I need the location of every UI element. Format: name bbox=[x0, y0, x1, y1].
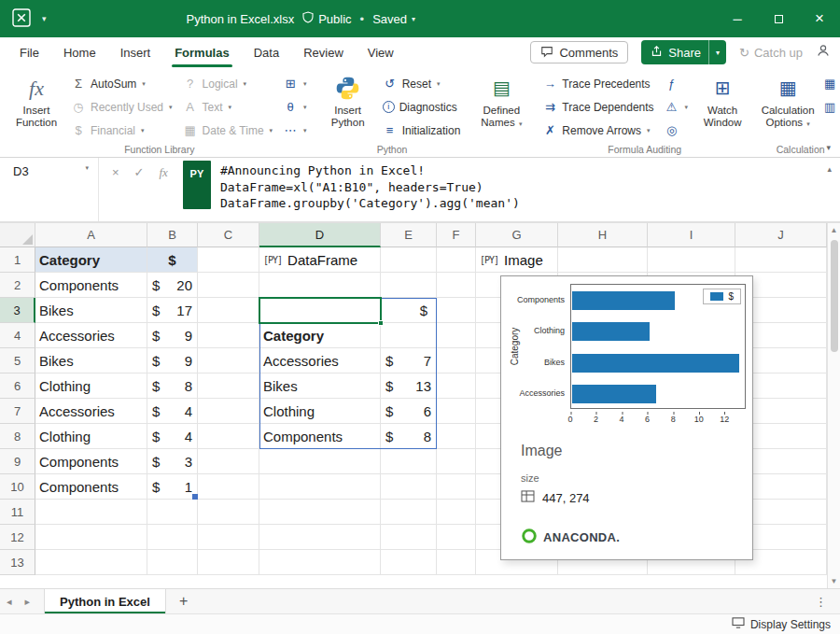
calculation-options-button[interactable]: ▦ Calculation Options ▾ bbox=[761, 71, 815, 130]
cell-C8[interactable] bbox=[198, 424, 259, 449]
cell-B13[interactable] bbox=[147, 550, 198, 575]
ribbon-trace-dependents-button[interactable]: ⇉Trace Dependents bbox=[539, 96, 656, 118]
column-header-C[interactable]: C bbox=[198, 223, 259, 247]
cell-F13[interactable] bbox=[437, 550, 476, 575]
cell-C6[interactable] bbox=[198, 373, 259, 399]
cell-D2[interactable] bbox=[259, 273, 381, 298]
cell-A10[interactable]: Components bbox=[35, 474, 147, 500]
cell-C12[interactable] bbox=[198, 525, 259, 550]
sensitivity-label[interactable]: Public bbox=[302, 11, 351, 26]
cell-B10[interactable]: $1 bbox=[147, 474, 198, 500]
ribbon-show-formulas-button[interactable]: ƒ bbox=[662, 73, 692, 94]
cell-F8[interactable] bbox=[437, 424, 476, 449]
cell-A7[interactable]: Accessories bbox=[35, 399, 147, 424]
cell-C5[interactable] bbox=[198, 348, 259, 373]
column-header-J[interactable]: J bbox=[735, 223, 827, 247]
sheet-tab[interactable]: Python in Excel bbox=[44, 589, 166, 613]
save-status[interactable]: Saved▾ bbox=[372, 12, 415, 26]
column-header-E[interactable]: E bbox=[381, 223, 437, 247]
excel-app-icon[interactable] bbox=[12, 8, 31, 30]
cell-D6[interactable]: Bikes bbox=[259, 373, 381, 399]
cell-B8[interactable]: $4 bbox=[147, 424, 198, 449]
menu-tab-file[interactable]: File bbox=[7, 37, 51, 67]
ribbon-recently-used-button[interactable]: ◷Recently Used▾ bbox=[68, 96, 175, 118]
cell-B3[interactable]: $17 bbox=[147, 298, 198, 323]
cell-F4[interactable] bbox=[437, 323, 476, 348]
cell-D9[interactable] bbox=[259, 449, 381, 474]
cell-B11[interactable] bbox=[147, 500, 198, 525]
cell-D11[interactable] bbox=[259, 500, 381, 525]
display-settings-button[interactable]: Display Settings bbox=[750, 618, 831, 631]
cell-A9[interactable]: Components bbox=[35, 449, 147, 474]
row-header-12[interactable]: 12 bbox=[0, 525, 35, 550]
cell-D1[interactable]: [PY]DataFrame bbox=[259, 247, 381, 273]
cell-B12[interactable] bbox=[147, 525, 198, 550]
add-sheet-button[interactable]: + bbox=[166, 593, 201, 610]
cell-C4[interactable] bbox=[198, 323, 259, 348]
cell-C7[interactable] bbox=[198, 399, 259, 424]
cell-A3[interactable]: Bikes bbox=[35, 298, 147, 323]
chevron-down-icon[interactable]: ▾ bbox=[42, 14, 47, 23]
row-header-2[interactable]: 2 bbox=[0, 273, 35, 298]
cell-F7[interactable] bbox=[437, 399, 476, 424]
cell-E6[interactable]: $13 bbox=[381, 373, 437, 399]
ribbon-lookup-reference-button[interactable]: ⊞▾ bbox=[280, 73, 310, 94]
cell-A1[interactable]: Category bbox=[35, 247, 147, 273]
cell-J1[interactable] bbox=[735, 247, 827, 273]
cell-A12[interactable] bbox=[35, 525, 147, 550]
cell-C13[interactable] bbox=[198, 550, 259, 575]
cell-A8[interactable]: Clothing bbox=[35, 424, 147, 449]
scroll-up-icon[interactable]: ▲ bbox=[831, 223, 838, 236]
cell-F2[interactable] bbox=[437, 273, 476, 298]
cell-A11[interactable] bbox=[35, 500, 147, 525]
cell-D5[interactable]: Accessories bbox=[259, 348, 381, 373]
column-header-I[interactable]: I bbox=[648, 223, 735, 247]
minimize-button[interactable]: ─ bbox=[717, 0, 758, 37]
close-button[interactable]: × bbox=[799, 0, 840, 37]
cell-E5[interactable]: $7 bbox=[381, 348, 437, 373]
scroll-down-icon[interactable]: ▼ bbox=[831, 573, 838, 588]
column-header-H[interactable]: H bbox=[558, 223, 648, 247]
cell-F10[interactable] bbox=[437, 474, 476, 500]
menu-tab-data[interactable]: Data bbox=[242, 37, 291, 67]
cell-B9[interactable]: $3 bbox=[147, 449, 198, 474]
vertical-scrollbar[interactable]: ▲ ▼ bbox=[827, 223, 840, 588]
cell-C3[interactable] bbox=[198, 298, 259, 323]
cell-E1[interactable] bbox=[381, 247, 437, 273]
row-header-4[interactable]: 4 bbox=[0, 323, 35, 348]
cell-E12[interactable] bbox=[381, 525, 437, 550]
row-header-3[interactable]: 3 bbox=[0, 298, 35, 323]
cell-E9[interactable] bbox=[381, 449, 437, 474]
column-header-D[interactable]: D bbox=[259, 223, 381, 247]
ribbon-trace-precedents-button[interactable]: →Trace Precedents bbox=[539, 73, 656, 94]
row-header-5[interactable]: 5 bbox=[0, 348, 35, 373]
cell-B1[interactable]: $ bbox=[147, 247, 198, 273]
menu-tab-home[interactable]: Home bbox=[51, 37, 108, 67]
comments-button[interactable]: Comments bbox=[530, 41, 628, 63]
defined-names-button[interactable]: ▤ Defined Names ▾ bbox=[474, 71, 528, 130]
ribbon-text-button[interactable]: AText▾ bbox=[180, 96, 276, 118]
insert-function-icon[interactable]: fx bbox=[160, 165, 168, 180]
row-header-13[interactable]: 13 bbox=[0, 550, 35, 575]
cell-E2[interactable] bbox=[381, 273, 437, 298]
cell-B7[interactable]: $4 bbox=[147, 399, 198, 424]
ribbon-logical-button[interactable]: ?Logical▾ bbox=[180, 73, 276, 94]
cell-A2[interactable]: Components bbox=[35, 273, 147, 298]
name-box[interactable]: D3 ▾ bbox=[0, 158, 99, 221]
ribbon-diagnostics-button[interactable]: iDiagnostics bbox=[380, 96, 464, 118]
cell-I1[interactable] bbox=[648, 247, 735, 273]
menu-tab-formulas[interactable]: Formulas bbox=[162, 37, 242, 67]
row-header-9[interactable]: 9 bbox=[0, 449, 35, 474]
cell-D13[interactable] bbox=[259, 550, 381, 575]
cell-B2[interactable]: $20 bbox=[147, 273, 198, 298]
cell-H1[interactable] bbox=[558, 247, 648, 273]
cell-F5[interactable] bbox=[437, 348, 476, 373]
row-header-11[interactable]: 11 bbox=[0, 500, 35, 525]
cell-E7[interactable]: $6 bbox=[381, 399, 437, 424]
row-header-7[interactable]: 7 bbox=[0, 399, 35, 424]
ribbon-calculate-now-button[interactable]: ▦ bbox=[819, 73, 840, 94]
formula-input[interactable]: #Announcing Python in Excel!DataFrame=xl… bbox=[211, 158, 840, 221]
ribbon-autosum-button[interactable]: ΣAutoSum▾ bbox=[68, 73, 175, 94]
cell-C10[interactable] bbox=[198, 474, 259, 500]
row-header-6[interactable]: 6 bbox=[0, 373, 35, 399]
